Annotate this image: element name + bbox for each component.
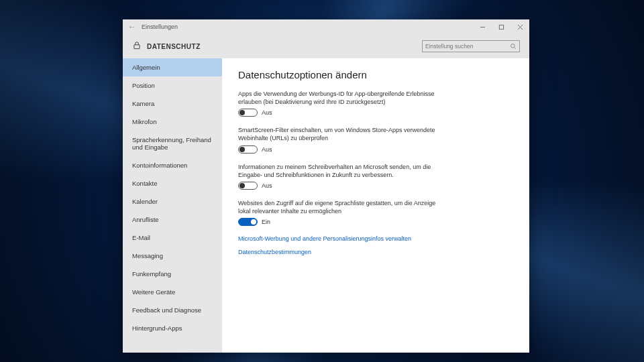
search-icon <box>510 43 517 50</box>
window-title: Einstellungen <box>142 23 178 30</box>
option-description: SmartScreen-Filter einschalten, um von W… <box>238 126 439 142</box>
privacy-option-1: SmartScreen-Filter einschalten, um von W… <box>238 126 439 153</box>
privacy-option-0: Apps die Verwendung der Werbungs-ID für … <box>238 90 439 117</box>
option-description: Apps die Verwendung der Werbungs-ID für … <box>238 90 439 106</box>
page-title: Datenschutzoptionen ändern <box>238 69 513 80</box>
privacy-option-2: Informationen zu meinem Schreibverhalten… <box>238 163 439 190</box>
option-description: Informationen zu meinem Schreibverhalten… <box>238 163 439 179</box>
svg-rect-4 <box>134 45 140 49</box>
settings-window: ← Einstellungen DATENSCHUTZ Einstellung … <box>123 19 529 353</box>
sidebar-item-3[interactable]: Mikrofon <box>123 113 222 131</box>
maximize-button[interactable] <box>492 19 511 34</box>
sidebar-item-4[interactable]: Spracherkennung, Freihand und Eingabe <box>123 131 222 156</box>
minimize-button[interactable] <box>473 19 492 34</box>
toggle-state-label: Ein <box>262 219 270 225</box>
sidebar: AllgemeinPositionKameraMikrofonSpracherk… <box>123 58 222 353</box>
sidebar-item-13[interactable]: Feedback und Diagnose <box>123 301 222 319</box>
toggle-switch[interactable] <box>238 109 258 117</box>
sidebar-item-14[interactable]: Hintergrund-Apps <box>123 319 222 337</box>
svg-line-6 <box>515 48 516 49</box>
privacy-icon <box>132 41 142 52</box>
page-heading: DATENSCHUTZ <box>147 43 417 50</box>
sidebar-item-10[interactable]: Messaging <box>123 247 222 265</box>
sidebar-item-8[interactable]: Anrufliste <box>123 210 222 229</box>
close-button[interactable] <box>511 19 529 34</box>
privacy-link-0[interactable]: Microsoft-Werbung und andere Personalisi… <box>238 235 513 242</box>
option-description: Websites den Zugriff auf die eigene Spra… <box>238 199 439 215</box>
svg-rect-1 <box>499 25 503 29</box>
sidebar-item-2[interactable]: Kamera <box>123 95 222 113</box>
sidebar-item-12[interactable]: Weitere Geräte <box>123 283 222 301</box>
titlebar: ← Einstellungen <box>123 19 529 34</box>
toggle-switch[interactable] <box>238 218 258 226</box>
header: DATENSCHUTZ Einstellung suchen <box>123 34 529 58</box>
toggle-state-label: Aus <box>262 182 272 189</box>
sidebar-item-0[interactable]: Allgemein <box>123 58 222 76</box>
toggle-switch[interactable] <box>238 145 258 154</box>
toggle-state-label: Aus <box>262 109 272 116</box>
sidebar-item-11[interactable]: Funkempfang <box>123 265 222 283</box>
privacy-option-3: Websites den Zugriff auf die eigene Spra… <box>238 199 439 226</box>
sidebar-item-6[interactable]: Kontakte <box>123 174 222 192</box>
privacy-link-1[interactable]: Datenschutzbestimmungen <box>238 249 513 255</box>
back-button[interactable]: ← <box>123 22 142 32</box>
sidebar-item-9[interactable]: E-Mail <box>123 229 222 247</box>
search-placeholder: Einstellung suchen <box>425 43 510 50</box>
search-input[interactable]: Einstellung suchen <box>422 40 520 52</box>
svg-point-5 <box>511 44 515 48</box>
sidebar-item-5[interactable]: Kontoinformationen <box>123 156 222 174</box>
toggle-state-label: Aus <box>262 146 272 153</box>
toggle-switch[interactable] <box>238 182 258 190</box>
sidebar-item-7[interactable]: Kalender <box>123 192 222 210</box>
main-content: Datenschutzoptionen ändern Apps die Verw… <box>222 58 529 353</box>
sidebar-item-1[interactable]: Position <box>123 76 222 95</box>
